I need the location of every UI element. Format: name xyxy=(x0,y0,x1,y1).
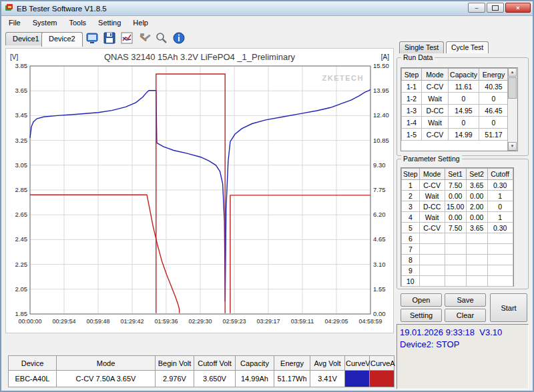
table-cell[interactable]: 3.65 xyxy=(466,180,487,191)
run-data-scrollbar[interactable]: ▲ ▼ xyxy=(507,68,517,151)
table-cell[interactable]: 10 xyxy=(402,276,420,287)
table-cell[interactable]: C-CV xyxy=(419,223,445,233)
table-cell[interactable] xyxy=(466,276,487,287)
table-cell[interactable]: 9 xyxy=(402,265,420,276)
run-data-table: StepModeCapacityEnergy1-1C-CV11.6140.351… xyxy=(401,68,509,141)
table-cell[interactable] xyxy=(445,255,466,265)
curve-a-swatch[interactable] xyxy=(370,371,394,387)
table-cell[interactable] xyxy=(487,276,513,287)
menu-help[interactable]: Help xyxy=(127,17,154,28)
table-cell[interactable]: 2.00 xyxy=(466,201,487,212)
table-cell[interactable]: 3 xyxy=(402,201,420,212)
table-cell[interactable]: D-CC xyxy=(419,201,445,212)
table-cell[interactable] xyxy=(419,276,445,287)
table-cell[interactable] xyxy=(466,265,487,276)
table-cell[interactable] xyxy=(466,244,487,255)
run-data-group: Run Data StepModeCapacityEnergy1-1C-CV11… xyxy=(396,57,529,156)
curve-v-swatch[interactable] xyxy=(345,371,370,387)
table-cell[interactable] xyxy=(445,276,466,287)
table-cell[interactable]: 5 xyxy=(402,223,420,233)
minimize-icon: – xyxy=(475,4,478,12)
svg-text:0.00: 0.00 xyxy=(373,310,386,317)
zoom-icon[interactable] xyxy=(155,31,168,45)
column-header: Set1 xyxy=(445,169,466,180)
table-cell[interactable]: 0.00 xyxy=(445,191,466,201)
menu-file[interactable]: File xyxy=(3,17,27,28)
open-button[interactable]: Open xyxy=(400,293,442,307)
table-cell[interactable] xyxy=(466,233,487,244)
right-axis-unit: [A] xyxy=(381,53,389,61)
tab-single-test[interactable]: Single Test xyxy=(399,41,444,53)
table-cell[interactable]: 2 xyxy=(402,191,420,201)
table-row: 3D-CC15.002.000 xyxy=(402,201,513,212)
svg-text:3.65: 3.65 xyxy=(15,87,28,94)
scrollbar-thumb[interactable] xyxy=(508,77,517,99)
clear-button[interactable]: Clear xyxy=(445,309,486,322)
svg-text:15.50: 15.50 xyxy=(373,62,389,69)
setting-button[interactable]: Setting xyxy=(400,309,442,322)
table-cell[interactable]: 3.65 xyxy=(466,223,487,233)
table-cell[interactable]: 6 xyxy=(402,233,420,244)
table-cell: 0 xyxy=(479,93,509,105)
table-cell: 14.99 xyxy=(449,129,479,141)
minimize-button[interactable]: – xyxy=(468,3,485,13)
tab-device1[interactable]: Device1 xyxy=(5,32,47,45)
column-header: Capacity xyxy=(236,356,274,371)
svg-text:13.95: 13.95 xyxy=(373,87,389,94)
table-cell[interactable]: 1 xyxy=(487,191,513,201)
table-cell[interactable]: 0.00 xyxy=(445,212,466,223)
table-cell[interactable] xyxy=(419,255,445,265)
table-cell[interactable] xyxy=(419,233,445,244)
scroll-up-icon[interactable]: ▲ xyxy=(508,68,517,77)
table-cell[interactable] xyxy=(487,265,513,276)
table-cell[interactable]: 1 xyxy=(487,212,513,223)
menu-system[interactable]: System xyxy=(27,17,63,28)
info-icon[interactable] xyxy=(172,31,186,45)
table-cell[interactable]: 0.30 xyxy=(487,223,513,233)
table-cell[interactable]: 0.00 xyxy=(466,191,487,201)
graph-icon[interactable] xyxy=(120,31,134,45)
table-cell[interactable] xyxy=(445,244,466,255)
table-cell[interactable]: 7.50 xyxy=(445,180,466,191)
table-cell[interactable] xyxy=(487,244,513,255)
save-button[interactable]: Save xyxy=(445,293,486,307)
table-cell[interactable]: 0.00 xyxy=(466,212,487,223)
parameter-setting-title: Parameter Setting xyxy=(401,155,462,163)
start-button[interactable]: Start xyxy=(490,293,527,322)
table-cell[interactable]: 7 xyxy=(402,244,420,255)
column-header: Device xyxy=(9,356,57,371)
run-data-title: Run Data xyxy=(401,53,435,61)
table-cell[interactable]: 1 xyxy=(402,180,420,191)
table-cell[interactable]: C-CV xyxy=(419,180,445,191)
table-cell[interactable] xyxy=(445,265,466,276)
table-cell[interactable]: 0 xyxy=(487,201,513,212)
table-cell[interactable]: Wait xyxy=(419,191,445,201)
device-icon[interactable] xyxy=(85,31,99,45)
table-cell[interactable]: 8 xyxy=(402,255,420,265)
scroll-down-icon[interactable]: ▼ xyxy=(508,142,517,151)
menu-tools[interactable]: Tools xyxy=(63,17,92,28)
table-cell[interactable]: 7.50 xyxy=(445,223,466,233)
table-cell[interactable] xyxy=(466,255,487,265)
table-cell[interactable] xyxy=(419,244,445,255)
table-row: 2Wait0.000.001 xyxy=(402,191,513,201)
table-cell[interactable] xyxy=(487,233,513,244)
maximize-button[interactable] xyxy=(487,3,504,13)
save-icon[interactable] xyxy=(103,31,116,45)
table-cell[interactable]: 15.00 xyxy=(445,201,466,212)
table-cell[interactable] xyxy=(445,233,466,244)
table-row: 1-1C-CV11.6140.35 xyxy=(402,81,509,93)
close-button[interactable]: × xyxy=(505,3,531,13)
tab-cycle-test[interactable]: Cycle Test xyxy=(446,41,489,53)
tools-icon[interactable] xyxy=(138,31,151,45)
table-cell[interactable]: Wait xyxy=(419,212,445,223)
table-cell[interactable]: 0.30 xyxy=(487,180,513,191)
menu-setting[interactable]: Setting xyxy=(92,17,127,28)
tab-device2[interactable]: Device2 xyxy=(41,32,83,47)
table-cell[interactable]: 4 xyxy=(402,212,420,223)
status-box: 19.01.2026 9:33:18 V3.10 Device2: STOP xyxy=(396,324,529,389)
table-cell[interactable] xyxy=(419,265,445,276)
table-cell[interactable] xyxy=(487,255,513,265)
chart-svg: 3.853.653.453.253.052.852.652.452.252.05… xyxy=(6,61,393,333)
table-row: 5C-CV7.503.650.30 xyxy=(402,223,513,233)
